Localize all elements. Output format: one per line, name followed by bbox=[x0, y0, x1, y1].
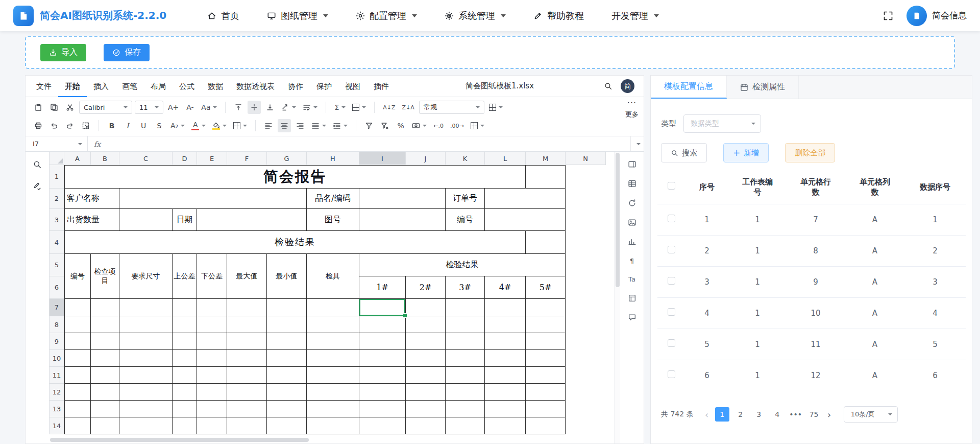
valign-bottom-button[interactable] bbox=[263, 101, 277, 114]
cell[interactable] bbox=[566, 165, 606, 189]
select-all-corner[interactable] bbox=[49, 152, 64, 165]
fullscreen-icon[interactable] bbox=[883, 11, 893, 21]
align-left-button[interactable] bbox=[262, 119, 275, 132]
spell-check-icon[interactable] bbox=[33, 181, 42, 191]
cell[interactable] bbox=[526, 350, 566, 367]
cell[interactable] bbox=[119, 299, 173, 316]
align-justify-button[interactable] bbox=[309, 119, 328, 132]
mer ge-cells-button[interactable] bbox=[487, 101, 505, 114]
col-header[interactable]: J bbox=[406, 152, 446, 165]
cell-sample[interactable]: 2# bbox=[406, 276, 446, 299]
row-checkbox[interactable] bbox=[668, 215, 675, 222]
menu-tab-collab[interactable]: 协作 bbox=[281, 76, 310, 97]
cell-result-header[interactable]: 检验结果 bbox=[359, 254, 566, 276]
cell[interactable] bbox=[485, 350, 526, 367]
row-checkbox[interactable] bbox=[668, 339, 675, 347]
nav-item-dev[interactable]: 开发管理 bbox=[611, 10, 659, 22]
nav-item-system[interactable]: 系统管理 bbox=[445, 10, 506, 22]
cell[interactable] bbox=[566, 231, 606, 254]
cell[interactable] bbox=[227, 350, 267, 367]
col-header[interactable]: H bbox=[307, 152, 359, 165]
cell[interactable] bbox=[406, 350, 446, 367]
cell[interactable] bbox=[307, 299, 359, 316]
search-icon[interactable] bbox=[604, 82, 612, 90]
next-page-button[interactable]: › bbox=[823, 409, 836, 420]
cell[interactable] bbox=[485, 316, 526, 333]
cell[interactable] bbox=[446, 401, 485, 417]
cell[interactable] bbox=[197, 316, 227, 333]
selected-cell-I7[interactable] bbox=[359, 299, 406, 316]
borders-button[interactable] bbox=[231, 119, 249, 132]
cell[interactable] bbox=[307, 417, 359, 434]
cell-customer-label[interactable]: 客户名称 bbox=[64, 189, 119, 209]
row-header[interactable]: 2 bbox=[49, 189, 64, 209]
col-header[interactable]: F bbox=[227, 152, 267, 165]
cell[interactable] bbox=[119, 189, 307, 209]
row-checkbox[interactable] bbox=[668, 277, 675, 285]
menu-tab-plugin[interactable]: 插件 bbox=[367, 76, 396, 97]
underline-button[interactable]: U bbox=[137, 119, 150, 132]
user-avatar[interactable]: 简 bbox=[621, 79, 634, 93]
col-header[interactable]: G bbox=[267, 152, 307, 165]
save-button[interactable]: 保存 bbox=[104, 44, 150, 61]
cell[interactable] bbox=[566, 333, 606, 350]
cell[interactable] bbox=[227, 367, 267, 384]
strikethrough-button[interactable]: S bbox=[153, 119, 166, 132]
cell[interactable] bbox=[566, 316, 606, 333]
cell[interactable] bbox=[566, 254, 606, 276]
col-header[interactable]: E bbox=[197, 152, 227, 165]
cell[interactable] bbox=[227, 299, 267, 316]
cell[interactable] bbox=[227, 333, 267, 350]
cell[interactable] bbox=[446, 384, 485, 401]
cell[interactable] bbox=[173, 384, 197, 401]
cell[interactable] bbox=[91, 384, 119, 401]
cell-sample[interactable]: 5# bbox=[526, 276, 566, 299]
merge-style-button[interactable] bbox=[469, 119, 486, 132]
tab-template-config[interactable]: 模板配置信息 bbox=[651, 76, 727, 99]
refresh-icon[interactable] bbox=[628, 199, 636, 207]
image-icon[interactable] bbox=[628, 218, 636, 227]
valign-middle-button[interactable] bbox=[248, 101, 261, 114]
cell-head[interactable]: 检查项目 bbox=[91, 254, 119, 299]
menu-tab-file[interactable]: 文件 bbox=[30, 76, 58, 97]
table-row[interactable]: 2 1 8 A 2 bbox=[657, 235, 966, 266]
cell[interactable] bbox=[91, 350, 119, 367]
add-button[interactable]: + 新增 bbox=[723, 143, 769, 162]
cell-section-title[interactable]: 检验结果 bbox=[64, 231, 526, 254]
cell-reference-box[interactable]: I7 bbox=[26, 136, 88, 151]
cell[interactable] bbox=[267, 367, 307, 384]
col-header[interactable]: A bbox=[64, 152, 91, 165]
cell[interactable] bbox=[173, 333, 197, 350]
cell-head[interactable]: 下公差 bbox=[197, 254, 227, 299]
cell[interactable] bbox=[526, 316, 566, 333]
cell[interactable] bbox=[91, 367, 119, 384]
filter-button[interactable] bbox=[362, 119, 376, 132]
decrease-font-button[interactable]: A- bbox=[183, 101, 197, 114]
cell[interactable] bbox=[446, 333, 485, 350]
row-header[interactable]: 12 bbox=[49, 384, 64, 401]
cell[interactable] bbox=[173, 350, 197, 367]
cell[interactable] bbox=[173, 417, 197, 434]
col-header[interactable]: L bbox=[485, 152, 526, 165]
cell-sample[interactable]: 3# bbox=[446, 276, 485, 299]
cell[interactable] bbox=[64, 417, 91, 434]
menu-tab-layout[interactable]: 布局 bbox=[144, 76, 173, 97]
cell-report-title[interactable]: 简会报告 bbox=[64, 165, 526, 189]
table-row[interactable]: 6 1 12 A 6 bbox=[657, 360, 966, 391]
nav-item-home[interactable]: 首页 bbox=[207, 10, 239, 22]
cell[interactable] bbox=[406, 401, 446, 417]
select-all-checkbox[interactable] bbox=[668, 182, 675, 190]
cell[interactable] bbox=[173, 316, 197, 333]
increase-font-button[interactable]: A+ bbox=[166, 101, 181, 114]
menu-tab-home[interactable]: 开始 bbox=[58, 76, 87, 97]
cell[interactable] bbox=[485, 209, 566, 231]
cell[interactable] bbox=[566, 209, 606, 231]
cell[interactable] bbox=[566, 299, 606, 316]
nav-item-help[interactable]: 帮助教程 bbox=[533, 10, 584, 22]
row-header[interactable]: 13 bbox=[49, 401, 64, 417]
clear-filter-button[interactable] bbox=[378, 119, 391, 132]
subscript-button[interactable]: A₂ bbox=[168, 119, 187, 132]
cell[interactable] bbox=[267, 401, 307, 417]
fill-color-button[interactable] bbox=[210, 119, 229, 132]
cell[interactable] bbox=[446, 367, 485, 384]
